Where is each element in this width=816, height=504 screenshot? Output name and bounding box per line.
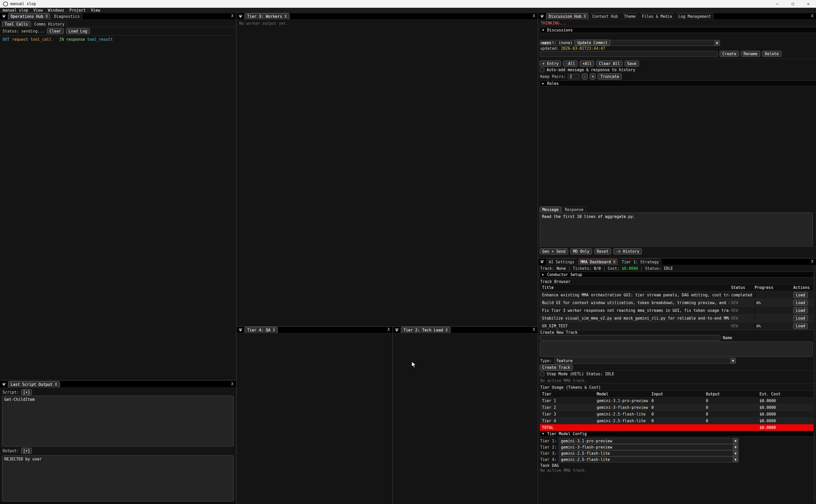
tier-model-config-header[interactable]: ▼ Tier Model Config bbox=[540, 431, 816, 437]
tab-response[interactable]: Response bbox=[562, 207, 586, 213]
menu-windows[interactable]: Windows bbox=[45, 8, 67, 13]
tab-close-icon[interactable]: X bbox=[446, 328, 448, 332]
clear-button[interactable]: Clear bbox=[47, 28, 64, 34]
tab-tier3-workers[interactable]: Tier 3: Workers X bbox=[245, 13, 289, 19]
md-only-button[interactable]: MD Only bbox=[570, 248, 592, 254]
keep-pairs-minus-button[interactable]: - bbox=[582, 74, 588, 79]
delete-button[interactable]: Delete bbox=[762, 51, 781, 57]
create-track-button[interactable]: Create Track bbox=[540, 364, 573, 370]
tab-log-management[interactable]: Log Management bbox=[676, 13, 713, 19]
col-model: Model bbox=[595, 392, 649, 396]
collapse-all-button[interactable]: -All bbox=[563, 61, 578, 67]
menu-view[interactable]: View bbox=[31, 8, 45, 13]
tier4-model-select[interactable]: gemini-2.5-flash-lite ▼ bbox=[559, 457, 739, 462]
tab-context-hub[interactable]: Context Hub bbox=[589, 13, 620, 19]
track-description-textarea[interactable] bbox=[540, 342, 813, 357]
dock-menu-icon[interactable] bbox=[239, 15, 242, 18]
minimize-icon[interactable]: – bbox=[770, 0, 785, 8]
tier2-model-select[interactable]: gemini-3-flash-preview ▼ bbox=[559, 444, 739, 450]
add-entry-button[interactable]: + Entry bbox=[540, 61, 561, 67]
panel-close-icon[interactable]: X bbox=[811, 14, 816, 19]
rename-button[interactable]: Rename bbox=[741, 51, 760, 57]
dock-menu-icon[interactable] bbox=[2, 383, 6, 386]
auto-add-checkbox[interactable] bbox=[540, 68, 544, 72]
menu-manual-slop[interactable]: manual slop bbox=[0, 8, 31, 13]
tab-files-media[interactable]: Files & Media bbox=[639, 13, 675, 19]
tab-close-icon[interactable]: X bbox=[273, 328, 275, 332]
tab-last-script-output[interactable]: Last Script Output X bbox=[8, 381, 60, 387]
tab-mma-dashboard[interactable]: MMA Dashboard X bbox=[578, 259, 618, 265]
menu-project[interactable]: Project bbox=[67, 8, 88, 13]
scrollbar[interactable] bbox=[813, 265, 815, 503]
tier3-model-select[interactable]: gemini-2.5-flash-lite ▼ bbox=[559, 450, 739, 456]
tab-close-icon[interactable]: X bbox=[584, 14, 586, 19]
expand-all-button[interactable]: +All bbox=[580, 61, 594, 67]
splitter-left-h[interactable] bbox=[0, 380, 236, 380]
tab-close-icon[interactable]: X bbox=[613, 260, 616, 264]
step-mode-checkbox[interactable] bbox=[540, 372, 544, 376]
close-icon[interactable]: ✕ bbox=[801, 0, 816, 8]
output-expand-button[interactable]: [+] bbox=[21, 448, 32, 454]
tab-discussion-hub[interactable]: Discussion Hub X bbox=[546, 13, 588, 19]
tab-close-icon[interactable]: X bbox=[284, 14, 287, 19]
truncate-button[interactable]: Truncate bbox=[598, 74, 621, 79]
subtab-tool-calls[interactable]: Tool Calls bbox=[2, 21, 30, 27]
output-textarea[interactable]: REJECTED by user bbox=[2, 455, 234, 502]
tab-ai-settings[interactable]: AI Settings bbox=[546, 259, 577, 265]
splitter-right-h[interactable] bbox=[538, 258, 816, 258]
panel-close-icon[interactable]: X bbox=[533, 14, 538, 19]
commit-label: commit: bbox=[540, 40, 556, 45]
tab-close-icon[interactable]: X bbox=[45, 14, 48, 19]
panel-close-icon[interactable]: X bbox=[387, 327, 392, 333]
panel-close-icon[interactable]: X bbox=[231, 14, 236, 19]
tab-message[interactable]: Message bbox=[540, 207, 561, 213]
clear-all-button[interactable]: Clear All bbox=[596, 61, 622, 67]
tier1-model-select[interactable]: gemini-3.1-pro-preview ▼ bbox=[559, 438, 739, 444]
to-history-button[interactable]: -> History bbox=[613, 248, 642, 254]
dock-menu-icon[interactable] bbox=[2, 15, 6, 18]
discussion-name-input[interactable] bbox=[540, 51, 718, 57]
track-type-select[interactable]: feature ▼ bbox=[554, 358, 736, 364]
track-row: Build UI for context window utilization,… bbox=[540, 299, 814, 307]
reset-button[interactable]: Reset bbox=[594, 248, 611, 254]
script-textarea[interactable]: Get-ChildItem bbox=[2, 396, 234, 446]
load-track-button[interactable]: Load bbox=[793, 300, 808, 306]
chevron-right-icon: ▶ bbox=[542, 82, 544, 85]
tab-tier4-qa[interactable]: Tier 4: QA X bbox=[245, 327, 278, 333]
tab-tier1-strategy[interactable]: Tier 1: Strategy bbox=[619, 259, 662, 265]
tab-diagnostics[interactable]: Diagnostics bbox=[51, 13, 82, 19]
save-button[interactable]: Save bbox=[625, 61, 639, 67]
tab-close-icon[interactable]: X bbox=[55, 382, 57, 387]
menu-view-2[interactable]: View bbox=[88, 8, 103, 13]
message-textarea[interactable]: Read the first 10 lines of aggregate.py. bbox=[540, 213, 813, 247]
load-track-button[interactable]: Load bbox=[793, 292, 808, 298]
dock-menu-icon[interactable] bbox=[540, 261, 544, 264]
panel-close-icon[interactable]: X bbox=[533, 327, 538, 333]
track-name-input[interactable] bbox=[540, 335, 720, 341]
tab-operations-hub[interactable]: Operations Hub X bbox=[8, 13, 50, 19]
update-commit-button[interactable]: Update Commit bbox=[575, 40, 610, 46]
conductor-setup-header[interactable]: ▶ Conductor Setup bbox=[540, 272, 816, 278]
tier3-workers-panel: Tier 3: Workers X X No worker output yet… bbox=[237, 13, 538, 326]
gen-send-button[interactable]: Gen + Send bbox=[540, 248, 568, 254]
roles-section-header[interactable]: ▶ Roles bbox=[540, 80, 816, 86]
load-track-button[interactable]: Load bbox=[793, 315, 808, 321]
dock-menu-icon[interactable] bbox=[395, 329, 399, 332]
load-log-button[interactable]: Load Log bbox=[66, 28, 90, 34]
dock-menu-icon[interactable] bbox=[239, 329, 242, 332]
keep-pairs-plus-button[interactable]: + bbox=[590, 74, 596, 79]
dock-menu-icon[interactable] bbox=[540, 15, 544, 18]
maximize-icon[interactable]: □ bbox=[785, 0, 801, 8]
keep-pairs-input[interactable]: 2 bbox=[568, 74, 580, 79]
create-button[interactable]: Create bbox=[720, 51, 739, 57]
script-expand-button[interactable]: [+] bbox=[21, 389, 32, 395]
tab-theme[interactable]: Theme bbox=[621, 13, 638, 19]
discussions-section-header[interactable]: ▼ Discussions bbox=[540, 27, 816, 33]
usage-row: Tier 4 gemini-2.5-flash-lite 0 0 $0.0000 bbox=[540, 418, 814, 424]
subtab-comms-history[interactable]: Comms History bbox=[31, 21, 67, 27]
load-track-button[interactable]: Load bbox=[793, 307, 808, 313]
panel-close-icon[interactable]: X bbox=[811, 259, 816, 265]
panel-close-icon[interactable]: X bbox=[231, 382, 236, 387]
tab-tier2-tech-lead[interactable]: Tier 2: Tech Lead X bbox=[401, 327, 450, 333]
load-track-button[interactable]: Load bbox=[793, 323, 808, 329]
